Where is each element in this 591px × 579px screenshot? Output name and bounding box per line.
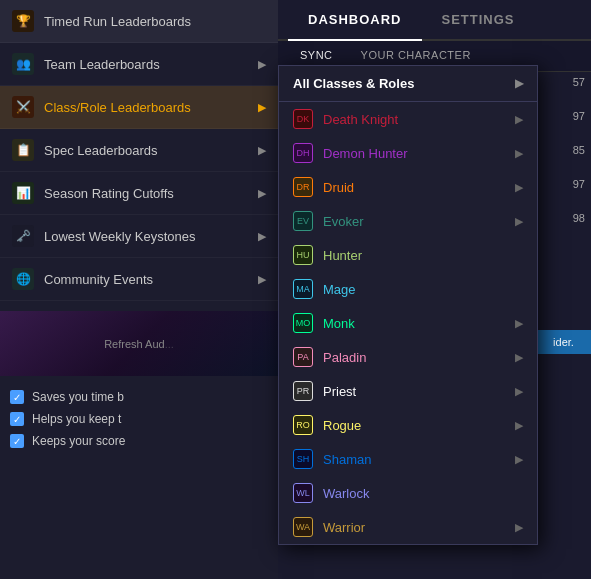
arrow-icon: ▶ xyxy=(258,230,266,243)
checklist-label-2: Helps you keep t xyxy=(32,412,121,426)
checklist: ✓ Saves you time b ✓ Helps you keep t ✓ … xyxy=(0,376,278,458)
dk-label: Death Knight xyxy=(323,112,398,127)
sidebar-item-label: Spec Leaderboards xyxy=(44,143,157,158)
sidebar-item-community[interactable]: 🌐 Community Events ▶ xyxy=(0,258,278,301)
main-tabs: DASHBOARD SETTINGS xyxy=(278,0,591,41)
sidebar-item-label: Community Events xyxy=(44,272,153,287)
dropdown-item-hunter[interactable]: HU Hunter xyxy=(279,238,537,272)
druid-arrow: ▶ xyxy=(515,181,523,194)
arrow-icon: ▶ xyxy=(258,187,266,200)
arrow-icon: ▶ xyxy=(258,144,266,157)
dh-label: Demon Hunter xyxy=(323,146,408,161)
sidebar-item-keystones[interactable]: 🗝️ Lowest Weekly Keystones ▶ xyxy=(0,215,278,258)
mage-label: Mage xyxy=(323,282,356,297)
evoker-icon: EV xyxy=(293,211,313,231)
dk-icon: DK xyxy=(293,109,313,129)
paladin-label: Paladin xyxy=(323,350,366,365)
sidebar: 🏆 Timed Run Leaderboards 👥 Team Leaderbo… xyxy=(0,0,278,579)
monk-arrow: ▶ xyxy=(515,317,523,330)
warlock-label: Warlock xyxy=(323,486,369,501)
dropdown-item-dk[interactable]: DK Death Knight ▶ xyxy=(279,102,537,136)
hunter-icon: HU xyxy=(293,245,313,265)
checklist-item-2: ✓ Helps you keep t xyxy=(10,408,268,430)
score-row-5: 98 xyxy=(569,201,589,235)
priest-label: Priest xyxy=(323,384,356,399)
druid-label: Druid xyxy=(323,180,354,195)
rogue-arrow: ▶ xyxy=(515,419,523,432)
scores-panel: 57 97 85 97 98 xyxy=(569,65,589,235)
checklist-item-1: ✓ Saves you time b xyxy=(10,386,268,408)
score-row-1: 57 xyxy=(569,65,589,99)
sidebar-item-class-role[interactable]: ⚔️ Class/Role Leaderboards ▶ xyxy=(0,86,278,129)
warrior-arrow: ▶ xyxy=(515,521,523,534)
arrow-icon: ▶ xyxy=(258,58,266,71)
spec-icon: 📋 xyxy=(12,139,34,161)
dropdown-header: All Classes & Roles ▶ xyxy=(279,66,537,102)
shaman-arrow: ▶ xyxy=(515,453,523,466)
checkbox-2: ✓ xyxy=(10,412,24,426)
dropdown-item-priest[interactable]: PR Priest ▶ xyxy=(279,374,537,408)
arrow-icon: ▶ xyxy=(258,101,266,114)
paladin-icon: PA xyxy=(293,347,313,367)
score-row-4: 97 xyxy=(569,167,589,201)
rogue-label: Rogue xyxy=(323,418,361,433)
class-role-icon: ⚔️ xyxy=(12,96,34,118)
checkbox-3: ✓ xyxy=(10,434,24,448)
class-dropdown: All Classes & Roles ▶ DK Death Knight ▶ … xyxy=(278,65,538,545)
sidebar-item-season[interactable]: 📊 Season Rating Cutoffs ▶ xyxy=(0,172,278,215)
dh-icon: DH xyxy=(293,143,313,163)
checklist-item-3: ✓ Keeps your score xyxy=(10,430,268,452)
score-row-2: 97 xyxy=(569,99,589,133)
dropdown-item-dh[interactable]: DH Demon Hunter ▶ xyxy=(279,136,537,170)
tab-settings[interactable]: SETTINGS xyxy=(422,0,535,39)
dropdown-item-paladin[interactable]: PA Paladin ▶ xyxy=(279,340,537,374)
checkbox-1: ✓ xyxy=(10,390,24,404)
dropdown-item-druid[interactable]: DR Druid ▶ xyxy=(279,170,537,204)
hunter-label: Hunter xyxy=(323,248,362,263)
evoker-arrow: ▶ xyxy=(515,215,523,228)
keystones-icon: 🗝️ xyxy=(12,225,34,247)
community-icon: 🌐 xyxy=(12,268,34,290)
sidebar-item-timed-run[interactable]: 🏆 Timed Run Leaderboards xyxy=(0,0,278,43)
warlock-icon: WL xyxy=(293,483,313,503)
paladin-arrow: ▶ xyxy=(515,351,523,364)
refresh-label: Refresh Aud... xyxy=(0,311,278,376)
shaman-label: Shaman xyxy=(323,452,371,467)
checklist-label-1: Saves you time b xyxy=(32,390,124,404)
sidebar-item-label: Season Rating Cutoffs xyxy=(44,186,174,201)
warrior-icon: WA xyxy=(293,517,313,537)
rogue-icon: RO xyxy=(293,415,313,435)
sidebar-item-spec[interactable]: 📋 Spec Leaderboards ▶ xyxy=(0,129,278,172)
priest-arrow: ▶ xyxy=(515,385,523,398)
season-icon: 📊 xyxy=(12,182,34,204)
dropdown-item-monk[interactable]: MO Monk ▶ xyxy=(279,306,537,340)
sidebar-item-label: Timed Run Leaderboards xyxy=(44,14,191,29)
dropdown-item-mage[interactable]: MA Mage xyxy=(279,272,537,306)
tab-dashboard[interactable]: DASHBOARD xyxy=(288,0,422,41)
sidebar-item-label: Team Leaderboards xyxy=(44,57,160,72)
blue-hint-button[interactable]: ider. xyxy=(536,330,591,354)
shaman-icon: SH xyxy=(293,449,313,469)
priest-icon: PR xyxy=(293,381,313,401)
dropdown-item-rogue[interactable]: RO Rogue ▶ xyxy=(279,408,537,442)
druid-icon: DR xyxy=(293,177,313,197)
score-row-3: 85 xyxy=(569,133,589,167)
warrior-label: Warrior xyxy=(323,520,365,535)
sidebar-item-team[interactable]: 👥 Team Leaderboards ▶ xyxy=(0,43,278,86)
dropdown-item-warlock[interactable]: WL Warlock xyxy=(279,476,537,510)
monk-label: Monk xyxy=(323,316,355,331)
team-icon: 👥 xyxy=(12,53,34,75)
arrow-icon: ▶ xyxy=(258,273,266,286)
timed-run-icon: 🏆 xyxy=(12,10,34,32)
monk-icon: MO xyxy=(293,313,313,333)
dk-arrow: ▶ xyxy=(515,113,523,126)
dropdown-item-warrior[interactable]: WA Warrior ▶ xyxy=(279,510,537,544)
evoker-label: Evoker xyxy=(323,214,363,229)
sidebar-item-label: Class/Role Leaderboards xyxy=(44,100,191,115)
dropdown-item-shaman[interactable]: SH Shaman ▶ xyxy=(279,442,537,476)
sidebar-item-label: Lowest Weekly Keystones xyxy=(44,229,196,244)
checklist-label-3: Keeps your score xyxy=(32,434,125,448)
dropdown-item-evoker[interactable]: EV Evoker ▶ xyxy=(279,204,537,238)
dropdown-arrow: ▶ xyxy=(515,77,523,90)
promo-image: Refresh Aud... xyxy=(0,311,278,376)
